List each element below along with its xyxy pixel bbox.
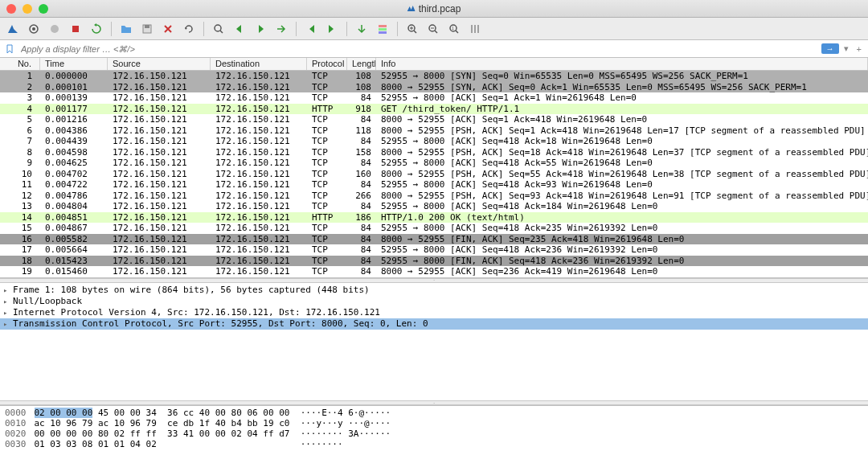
svg-line-12 (414, 31, 416, 33)
window-title-text: third.pcap (419, 3, 461, 14)
go-last-icon[interactable] (322, 20, 342, 38)
go-to-icon[interactable] (272, 20, 291, 38)
tree-expand-icon[interactable]: ▸ (3, 285, 13, 296)
wireshark-icon (407, 5, 416, 13)
svg-rect-9 (379, 28, 387, 31)
resize-columns-icon[interactable] (465, 20, 485, 38)
reload-icon[interactable] (179, 20, 199, 38)
packet-details-pane[interactable]: ▸Frame 1: 108 bytes on wire (864 bits), … (0, 283, 868, 401)
packet-row[interactable]: 190.015460172.16.150.121172.16.150.121TC… (0, 266, 868, 277)
window-minimize-button[interactable] (23, 4, 32, 14)
window-maximize-button[interactable] (39, 4, 48, 14)
detail-tree-item[interactable]: ▸Transmission Control Protocol, Src Port… (0, 318, 868, 330)
zoom-in-icon[interactable] (403, 20, 422, 38)
file-save-icon[interactable] (137, 20, 157, 38)
col-header-no[interactable]: No. (0, 58, 40, 70)
go-first-icon[interactable] (301, 20, 321, 38)
tree-expand-icon[interactable]: ▸ (3, 296, 13, 307)
window-title: third.pcap (407, 3, 461, 14)
packet-row[interactable]: 160.005582172.16.150.121172.16.150.121TC… (0, 234, 868, 245)
bookmark-filter-icon[interactable] (3, 43, 16, 55)
col-header-source[interactable]: Source (108, 58, 211, 70)
packet-row[interactable]: 170.005664172.16.150.121172.16.150.121TC… (0, 244, 868, 256)
filter-dropdown-icon[interactable]: ▾ (841, 43, 852, 54)
detail-tree-item[interactable]: ▸Frame 1: 108 bytes on wire (864 bits), … (0, 285, 868, 296)
capture-restart-icon[interactable] (87, 20, 106, 38)
tree-expand-icon[interactable]: ▸ (3, 318, 13, 330)
packet-row[interactable]: 120.004786172.16.150.121172.16.150.121TC… (0, 191, 868, 202)
col-header-destination[interactable]: Destination (211, 58, 307, 70)
packet-row[interactable]: 110.004722172.16.150.121172.16.150.121TC… (0, 179, 868, 191)
toolbar-separator (296, 22, 297, 36)
capture-stop-icon[interactable] (66, 20, 85, 38)
packet-row[interactable]: 60.004386172.16.150.121172.16.150.121TCP… (0, 125, 868, 137)
filter-apply-button[interactable]: → (821, 43, 839, 54)
file-open-icon[interactable] (117, 20, 136, 38)
toolbar-separator (111, 22, 112, 36)
packet-row[interactable]: 180.015423172.16.150.121172.16.150.121TC… (0, 256, 868, 267)
svg-point-2 (51, 25, 59, 33)
detail-tree-label: Transmission Control Protocol, Src Port:… (13, 318, 428, 330)
go-back-icon[interactable] (230, 20, 249, 38)
packet-row[interactable]: 40.001177172.16.150.121172.16.150.121HTT… (0, 104, 868, 115)
packet-row[interactable]: 150.004867172.16.150.121172.16.150.121TC… (0, 223, 868, 234)
tree-expand-icon[interactable]: ▸ (3, 307, 13, 318)
packet-row[interactable]: 130.004804172.16.150.121172.16.150.121TC… (0, 201, 868, 212)
svg-rect-8 (379, 25, 387, 27)
window-titlebar: third.pcap (0, 0, 868, 18)
find-icon[interactable] (209, 20, 228, 38)
svg-line-19 (456, 31, 458, 33)
col-header-info[interactable]: Info (376, 58, 868, 70)
packet-row[interactable]: 50.001216172.16.150.121172.16.150.121TCP… (0, 114, 868, 125)
detail-tree-item[interactable]: ▸Internet Protocol Version 4, Src: 172.1… (0, 307, 868, 318)
packet-row[interactable]: 140.004851172.16.150.121172.16.150.121HT… (0, 212, 868, 223)
auto-scroll-icon[interactable] (352, 20, 371, 38)
packet-list-header[interactable]: No. Time Source Destination Protocol Len… (0, 58, 868, 71)
window-close-button[interactable] (6, 4, 16, 14)
packet-bytes-pane[interactable]: 000002 00 00 00 45 00 00 34 36 cc 40 00 … (0, 405, 868, 451)
display-filter-bar: → ▾ + (0, 40, 868, 58)
svg-point-1 (32, 27, 35, 31)
packet-row[interactable]: 30.000139172.16.150.121172.16.150.121TCP… (0, 92, 868, 104)
go-forward-icon[interactable] (251, 20, 270, 38)
shark-fin-icon[interactable] (3, 20, 23, 38)
bytes-row[interactable]: 002000 00 00 00 80 02 ff ff 33 41 00 00 … (5, 428, 863, 439)
file-close-icon[interactable] (158, 20, 178, 38)
col-header-protocol[interactable]: Protocol (307, 58, 347, 70)
col-header-length[interactable]: Length (347, 58, 376, 70)
bytes-row[interactable]: 003001 03 03 08 01 01 04 02 ········ (5, 439, 863, 449)
packet-row[interactable]: 100.004702172.16.150.121172.16.150.121TC… (0, 169, 868, 180)
capture-start-icon[interactable] (45, 20, 64, 38)
packet-row[interactable]: 10.000000172.16.150.121172.16.150.121TCP… (0, 71, 868, 82)
col-header-time[interactable]: Time (40, 58, 108, 70)
svg-rect-3 (72, 26, 79, 32)
packet-list-pane[interactable]: No. Time Source Destination Protocol Len… (0, 58, 868, 278)
bytes-row[interactable]: 000002 00 00 00 45 00 00 34 36 cc 40 00 … (5, 408, 863, 418)
detail-tree-label: Frame 1: 108 bytes on wire (864 bits), 5… (13, 285, 370, 296)
packet-row[interactable]: 20.000101172.16.150.121172.16.150.121TCP… (0, 82, 868, 93)
zoom-out-icon[interactable] (424, 20, 443, 38)
svg-line-16 (435, 31, 437, 33)
display-filter-input[interactable] (19, 43, 818, 55)
svg-rect-5 (145, 25, 149, 28)
svg-point-6 (215, 25, 221, 31)
detail-tree-item[interactable]: ▸Null/Loopback (0, 296, 868, 307)
zoom-reset-icon[interactable]: 1 (444, 20, 464, 38)
svg-line-7 (220, 31, 223, 33)
toolbar-separator (397, 22, 398, 36)
filter-add-button[interactable]: + (854, 44, 865, 54)
detail-tree-label: Null/Loopback (13, 296, 82, 307)
packet-row[interactable]: 70.004439172.16.150.121172.16.150.121TCP… (0, 136, 868, 147)
packet-row[interactable]: 90.004625172.16.150.121172.16.150.121TCP… (0, 158, 868, 169)
toolbar-separator (346, 22, 347, 36)
svg-rect-10 (379, 31, 387, 34)
bytes-row[interactable]: 0010ac 10 96 79 ac 10 96 79 ce db 1f 40 … (5, 418, 863, 428)
detail-tree-label: Internet Protocol Version 4, Src: 172.16… (13, 307, 380, 318)
main-toolbar: 1 (0, 18, 868, 40)
colorize-icon[interactable] (373, 20, 392, 38)
toolbar-separator (203, 22, 204, 36)
svg-text:1: 1 (452, 26, 454, 31)
capture-options-icon[interactable] (24, 20, 43, 38)
packet-row[interactable]: 80.004598172.16.150.121172.16.150.121TCP… (0, 147, 868, 158)
